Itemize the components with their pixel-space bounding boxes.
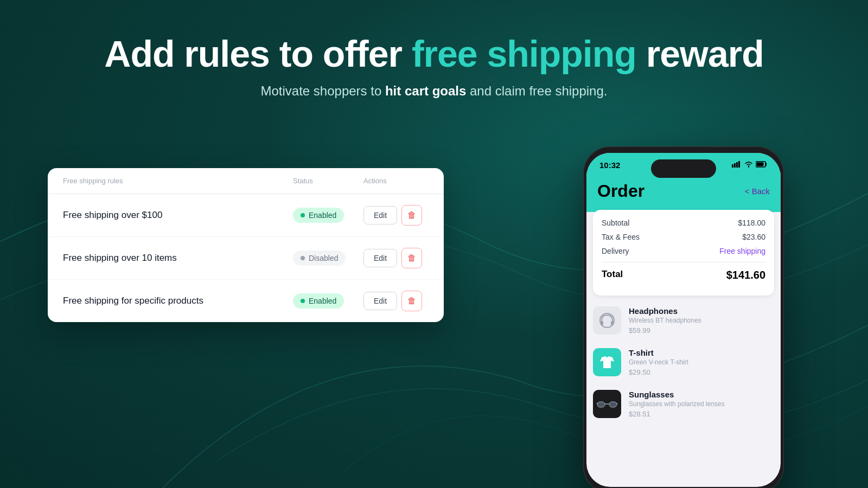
product-info-headphones: Headphones Wireless BT headphones $59.99	[629, 306, 774, 335]
delivery-label: Delivery	[602, 247, 629, 255]
status-time: 10:32	[599, 160, 620, 170]
status-badge-enabled-1: Enabled	[293, 208, 344, 223]
product-info-tshirt: T-shirt Green V-neck T-shirt $29.50	[629, 348, 774, 376]
edit-button-1[interactable]: Edit	[363, 206, 397, 224]
status-label-1: Enabled	[309, 211, 336, 220]
battery-icon	[756, 161, 768, 169]
phone-mockup: 10:32 Order < Back	[583, 146, 784, 488]
status-cell-1: Enabled	[293, 208, 363, 223]
delete-button-2[interactable]: 🗑	[401, 248, 422, 268]
free-shipping-link[interactable]: Free shipping	[719, 247, 765, 255]
list-item: Headphones Wireless BT headphones $59.99	[593, 300, 774, 342]
status-badge-enabled-3: Enabled	[293, 293, 344, 309]
rules-panel: Free shipping rules Status Actions Free …	[48, 168, 444, 322]
status-cell-2: Disabled	[293, 251, 363, 266]
hero-title-highlight: free shipping	[412, 33, 636, 74]
actions-cell-1: Edit 🗑	[363, 205, 429, 226]
dynamic-island	[651, 159, 716, 178]
status-badge-disabled-2: Disabled	[293, 251, 346, 266]
rules-table-header: Free shipping rules Status Actions	[48, 168, 444, 194]
rules-col-header-name: Free shipping rules	[63, 177, 293, 185]
edit-button-3[interactable]: Edit	[363, 292, 397, 310]
status-icons	[732, 161, 768, 169]
trash-icon: 🗑	[407, 253, 416, 263]
status-label-3: Enabled	[309, 297, 336, 305]
table-row: Free shipping over 10 items Disabled Edi…	[48, 237, 444, 280]
phone-screen: 10:32 Order < Back	[586, 153, 781, 487]
product-name-sunglasses: Sunglasses	[629, 390, 774, 399]
product-image-headphones	[593, 306, 621, 335]
product-name-headphones: Headphones	[629, 306, 774, 316]
product-name-tshirt: T-shirt	[629, 348, 774, 357]
delete-button-3[interactable]: 🗑	[401, 291, 422, 311]
order-summary-card: Subtotal $118.00 Tax & Fees $23.60 Deliv…	[593, 210, 774, 296]
hero-subtitle: Motivate shoppers to hit cart goals and …	[0, 84, 868, 99]
rule-name-2: Free shipping over 10 items	[63, 253, 293, 264]
tax-row: Tax & Fees $23.60	[602, 233, 765, 241]
subtotal-row: Subtotal $118.00	[602, 219, 765, 227]
svg-rect-10	[609, 402, 617, 407]
phone-order-title: Order	[597, 181, 644, 201]
product-price-tshirt: $29.50	[629, 368, 774, 376]
main-content: Add rules to offer free shipping reward …	[0, 0, 868, 488]
product-image-tshirt	[593, 348, 621, 376]
status-cell-3: Enabled	[293, 293, 363, 309]
hero-subtitle-part1: Motivate shoppers to	[261, 84, 385, 98]
hero-title-part2: reward	[636, 33, 764, 74]
hero-subtitle-part2: and claim free shipping.	[466, 84, 607, 98]
phone-order-header: Order < Back	[586, 177, 781, 212]
hero-subtitle-bold: hit cart goals	[385, 84, 466, 98]
delete-button-1[interactable]: 🗑	[401, 205, 422, 226]
product-info-sunglasses: Sunglasses Sunglasses with polarized len…	[629, 390, 774, 418]
product-image-sunglasses	[593, 390, 621, 418]
product-desc-headphones: Wireless BT headphones	[629, 317, 774, 324]
tax-value: $23.60	[742, 233, 765, 241]
svg-rect-7	[601, 321, 603, 325]
list-item: T-shirt Green V-neck T-shirt $29.50	[593, 342, 774, 383]
product-price-headphones: $59.99	[629, 326, 774, 335]
phone-back-button[interactable]: < Back	[745, 187, 770, 196]
rule-name-3: Free shipping for specific products	[63, 296, 293, 306]
subtotal-value: $118.00	[738, 219, 765, 227]
hero-title: Add rules to offer free shipping reward	[0, 33, 868, 75]
delivery-row: Delivery Free shipping	[602, 247, 765, 255]
signal-icon	[732, 161, 742, 169]
status-dot-3	[301, 299, 305, 303]
svg-rect-2	[736, 162, 738, 168]
list-item: Sunglasses Sunglasses with polarized len…	[593, 383, 774, 425]
status-dot-1	[301, 213, 305, 217]
total-value: $141.60	[726, 269, 765, 281]
svg-rect-8	[611, 321, 614, 325]
product-desc-tshirt: Green V-neck T-shirt	[629, 358, 774, 366]
rules-col-header-status: Status	[293, 177, 363, 185]
svg-rect-1	[734, 163, 736, 168]
table-row: Free shipping over $100 Enabled Edit 🗑	[48, 194, 444, 237]
svg-rect-3	[738, 161, 740, 168]
status-dot-2	[301, 256, 305, 260]
wifi-icon	[744, 161, 753, 169]
product-list: Headphones Wireless BT headphones $59.99…	[586, 296, 781, 429]
svg-rect-0	[732, 164, 733, 168]
svg-rect-5	[757, 162, 764, 166]
edit-button-2[interactable]: Edit	[363, 249, 397, 267]
trash-icon: 🗑	[407, 296, 416, 306]
actions-cell-2: Edit 🗑	[363, 248, 429, 268]
table-row: Free shipping for specific products Enab…	[48, 280, 444, 322]
svg-rect-9	[597, 402, 605, 407]
subtotal-label: Subtotal	[602, 219, 629, 227]
product-price-sunglasses: $28.51	[629, 410, 774, 418]
product-desc-sunglasses: Sunglasses with polarized lenses	[629, 400, 774, 408]
hero-section: Add rules to offer free shipping reward …	[0, 0, 868, 99]
status-label-2: Disabled	[309, 254, 338, 262]
actions-cell-3: Edit 🗑	[363, 291, 429, 311]
total-row: Total $141.60	[602, 262, 765, 281]
tax-label: Tax & Fees	[602, 233, 640, 241]
hero-title-part1: Add rules to offer	[104, 33, 412, 74]
total-label: Total	[602, 269, 623, 281]
trash-icon: 🗑	[407, 210, 416, 220]
rules-col-header-actions: Actions	[363, 177, 429, 185]
rule-name-1: Free shipping over $100	[63, 210, 293, 221]
